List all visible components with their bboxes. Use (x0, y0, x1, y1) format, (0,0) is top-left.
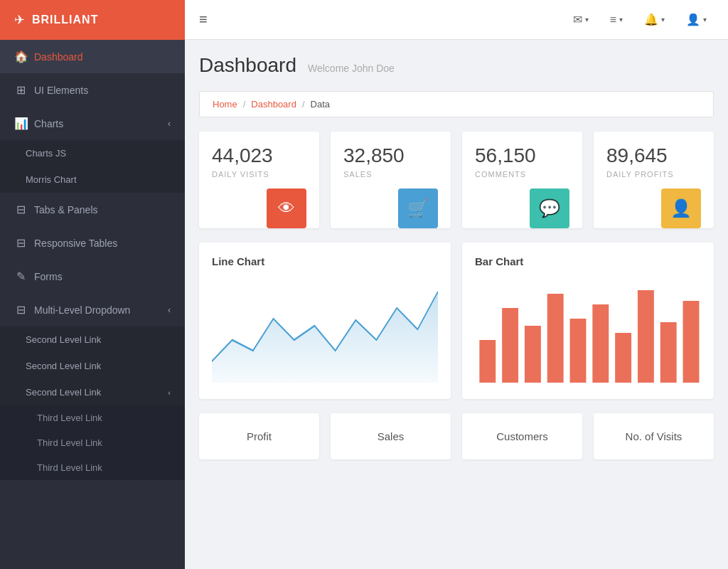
bottom-label-customers: Customers (496, 430, 548, 442)
line-chart-svg (212, 276, 438, 383)
stat-label-sales: SALES (343, 170, 438, 179)
topbar: ≡ ✉ ▾ ≡ ▾ 🔔 ▾ 👤 ▾ (185, 0, 728, 40)
user-button[interactable]: 👤 ▾ (679, 9, 714, 31)
stat-label-daily-profits: DAILY PROFITS (606, 170, 701, 179)
email-button[interactable]: ✉ ▾ (566, 9, 596, 31)
sidebar-item-dashboard[interactable]: 🏠 Dashboard (0, 40, 185, 73)
bottom-card-no-of-visits: No. of Visits (594, 413, 714, 459)
bottom-label-no-of-visits: No. of Visits (626, 430, 682, 442)
sidebar-item-tabs-panels[interactable]: ⊟ Tabs & Panels (0, 193, 185, 226)
main-area: ≡ ✉ ▾ ≡ ▾ 🔔 ▾ 👤 ▾ Dashboard Welcome John… (185, 0, 728, 569)
sidebar-label-dashboard: Dashboard (34, 51, 83, 63)
list-button[interactable]: ≡ ▾ (603, 9, 630, 31)
sidebar-item-morris-chart[interactable]: Morris Chart (0, 166, 185, 193)
sidebar-label-forms: Forms (34, 271, 63, 282)
second-level-3-chevron-icon: ‹ (168, 388, 171, 397)
sidebar-item-forms[interactable]: ✎ Forms (0, 260, 185, 293)
stat-card-daily-visits: 44,023 DAILY VISITS 👁 (199, 132, 319, 228)
sidebar-item-third-level-2[interactable]: Third Level Link (0, 430, 185, 455)
sidebar-label-tabs-panels: Tabs & Panels (34, 204, 98, 216)
profits-icon: 👤 (670, 198, 692, 218)
sidebar-item-charts-js[interactable]: Charts JS (0, 140, 185, 166)
breadcrumb-sep-1: / (243, 99, 246, 110)
sidebar-label-second-level-1: Second Level Link (26, 334, 101, 345)
page-header: Dashboard Welcome John Doe (199, 54, 714, 77)
list-caret-icon: ▾ (619, 16, 623, 23)
stat-icon-daily-visits: 👁 (267, 188, 306, 228)
svg-rect-7 (638, 290, 654, 383)
stat-card-sales: 32,850 SALES 🛒 (331, 132, 451, 228)
sidebar-label-charts: Charts (34, 118, 63, 129)
sidebar-item-third-level-1[interactable]: Third Level Link (0, 405, 185, 430)
stat-label-daily-visits: DAILY VISITS (212, 170, 306, 179)
sidebar-label-charts-js: Charts JS (26, 148, 66, 159)
sidebar-item-third-level-3[interactable]: Third Level Link (0, 455, 185, 480)
line-chart-title: Line Chart (212, 255, 438, 267)
stat-icon-comments: 💬 (530, 188, 569, 228)
sidebar-item-multi-level[interactable]: ⊟ Multi-Level Dropdown ‹ (0, 293, 185, 326)
sidebar-item-responsive-tables[interactable]: ⊟ Responsive Tables (0, 226, 185, 260)
sidebar-label-morris-chart: Morris Chart (26, 174, 77, 185)
eye-icon: 👁 (278, 198, 295, 218)
brand-name: BRILLIANT (32, 14, 98, 26)
sidebar-item-ui-elements[interactable]: ⊞ UI Elements (0, 73, 185, 107)
svg-rect-2 (525, 326, 541, 383)
content-area: Dashboard Welcome John Doe Home / Dashbo… (185, 40, 728, 569)
svg-rect-4 (570, 319, 587, 383)
bottom-label-profit: Profit (247, 430, 272, 442)
multi-level-submenu: Second Level Link Second Level Link Seco… (0, 326, 185, 480)
svg-rect-9 (683, 301, 700, 383)
sidebar-item-second-level-2[interactable]: Second Level Link (0, 353, 185, 379)
stat-icon-sales: 🛒 (398, 188, 438, 228)
charts-row: Line Chart Bar Chart (199, 243, 714, 399)
user-icon: 👤 (686, 13, 700, 26)
hamburger-button[interactable]: ≡ (199, 11, 208, 28)
breadcrumb-sep-2: / (302, 99, 305, 110)
tabs-icon: ⊟ (14, 203, 27, 216)
notifications-button[interactable]: 🔔 ▾ (637, 9, 672, 31)
breadcrumb-home[interactable]: Home (213, 99, 237, 110)
bell-icon: 🔔 (644, 13, 658, 26)
ui-elements-icon: ⊞ (14, 83, 27, 97)
tables-icon: ⊟ (14, 236, 27, 250)
charts-icon: 📊 (14, 117, 27, 130)
email-icon: ✉ (573, 13, 582, 26)
comment-icon: 💬 (539, 198, 560, 218)
line-chart-card: Line Chart (199, 243, 451, 399)
bar-chart-card: Bar Chart (462, 243, 714, 399)
charts-submenu: Charts JS Morris Chart (0, 140, 185, 193)
bottom-card-customers: Customers (462, 413, 582, 459)
page-title: Dashboard (199, 54, 296, 77)
list-icon: ≡ (610, 14, 616, 26)
svg-rect-1 (502, 308, 518, 383)
bottom-card-profit: Profit (199, 413, 319, 459)
user-caret-icon: ▾ (703, 16, 707, 23)
bell-caret-icon: ▾ (661, 16, 665, 23)
forms-icon: ✎ (14, 270, 27, 283)
cart-icon: 🛒 (407, 198, 429, 218)
page-subtitle: Welcome John Doe (308, 63, 395, 74)
dashboard-icon: 🏠 (14, 50, 27, 63)
svg-rect-8 (660, 322, 677, 383)
multi-level-chevron-icon: ‹ (168, 305, 171, 315)
sidebar-item-second-level-3[interactable]: Second Level Link ‹ (0, 379, 185, 405)
brand-icon: ✈ (14, 12, 25, 28)
sidebar-item-charts[interactable]: 📊 Charts ‹ (0, 107, 185, 140)
sidebar-label-third-level-1: Third Level Link (37, 413, 102, 423)
breadcrumb-dashboard[interactable]: Dashboard (251, 99, 296, 110)
stat-value-daily-profits: 89,645 (606, 144, 701, 167)
sidebar: ✈ BRILLIANT 🏠 Dashboard ⊞ UI Elements 📊 … (0, 0, 185, 569)
svg-rect-5 (592, 304, 609, 383)
sidebar-label-multi-level: Multi-Level Dropdown (34, 304, 130, 316)
svg-rect-6 (615, 333, 631, 383)
stat-value-daily-visits: 44,023 (212, 144, 306, 167)
sidebar-label-third-level-3: Third Level Link (37, 462, 102, 473)
bar-chart-svg (475, 276, 701, 383)
multi-level-icon: ⊟ (14, 303, 27, 317)
svg-rect-0 (479, 340, 496, 383)
bottom-label-sales: Sales (378, 430, 405, 442)
sidebar-item-second-level-1[interactable]: Second Level Link (0, 326, 185, 353)
stat-card-daily-profits: 89,645 DAILY PROFITS 👤 (594, 132, 714, 228)
svg-rect-3 (547, 294, 564, 383)
bar-chart-title: Bar Chart (475, 255, 701, 267)
